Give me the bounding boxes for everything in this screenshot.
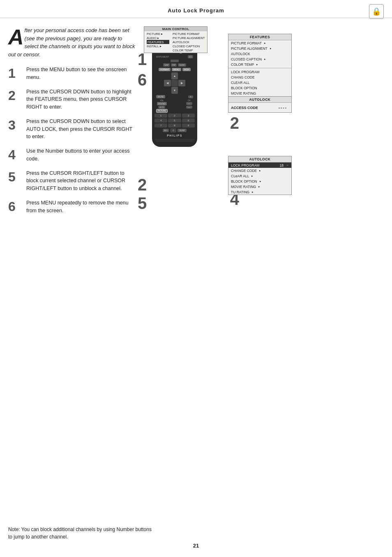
diag-num-1: 1 <box>138 51 147 67</box>
mc-audio: AUDIO ▸ <box>147 36 169 40</box>
num-9[interactable]: 9 <box>182 123 195 128</box>
remote-nav-row: FORMAT MENU A/CH <box>154 68 195 71</box>
dpad-up[interactable]: ▲ <box>171 72 178 79</box>
step-number-6: 6 <box>8 200 23 213</box>
access-code-row: ACCESS CODE ---- <box>228 103 291 112</box>
ch-plus[interactable]: + <box>188 95 193 98</box>
step-number-4: 4 <box>8 148 23 161</box>
cc-button[interactable]: CC <box>188 55 193 58</box>
step-number-5: 5 <box>8 170 23 183</box>
feat-clear-all: CLEAR ALL <box>228 80 291 85</box>
autolock2-block-option: BLOCK OPTION▸ <box>228 179 291 184</box>
main-control-rows: PICTURE ▸ AUDIO ▸ FEATURES INSTALL ▸ PIC… <box>144 31 207 53</box>
pip-button[interactable]: PIP <box>171 63 177 67</box>
ach-button[interactable]: A/CH <box>182 68 191 71</box>
right-column: 1 6 2 5 2 5 4 MAIN CONTROL PICTURE ▸ AUD… <box>140 26 384 232</box>
step-5: 5 Press the CURSOR RIGHT/LEFT button to … <box>8 169 136 193</box>
dpad-left[interactable]: ◀ <box>164 80 171 87</box>
dpad-right[interactable]: ▶ <box>178 80 185 87</box>
step-text-5: Press the CURSOR RIGHT/LEFT button to bl… <box>26 169 136 193</box>
dpad-empty-tl <box>164 72 171 79</box>
step-4: 4 Use the Number buttons to enter your a… <box>8 147 136 163</box>
format-button[interactable]: FORMAT <box>159 68 171 71</box>
dpad-empty-br <box>178 87 185 94</box>
num-3[interactable]: 3 <box>182 114 195 118</box>
step-text-6: Press MENU repeatedly to remove the menu… <box>26 199 136 215</box>
num-2[interactable]: 2 <box>168 114 181 118</box>
mute-button[interactable]: MUTE <box>156 95 165 98</box>
surf-small-button[interactable]: SURF <box>178 63 186 67</box>
dpad-empty-bl <box>164 87 171 94</box>
feat-closed-caption: CLOSED CAPTION▸ <box>228 56 291 62</box>
diagram-area: 1 6 2 5 2 5 4 MAIN CONTROL PICTURE ▸ AUD… <box>140 26 296 232</box>
left-column: After your personal access code has been… <box>8 26 136 232</box>
vol-sound-row: VOL SOUND AUTO PICTURE CH — — <box>154 100 195 113</box>
autolock1-title: AUTOLOCK <box>228 97 291 103</box>
lock-icon: 🔒 <box>369 4 384 19</box>
step-6: 6 Press MENU repeatedly to remove the me… <box>8 199 136 215</box>
dpad-center[interactable] <box>171 80 178 87</box>
autolock-menu-1: AUTOLOCK ACCESS CODE ---- <box>228 96 292 113</box>
vol-minus[interactable]: — <box>186 102 192 105</box>
step-number-1: 1 <box>8 67 23 80</box>
page-title: Auto Lock Program <box>0 7 392 14</box>
page-number: 21 <box>193 543 199 549</box>
mc-install: INSTALL ▸ <box>147 44 169 48</box>
picture-button[interactable]: PICTURE <box>156 109 168 113</box>
num-4[interactable]: 4 <box>154 118 167 123</box>
mc-picture-format: PICTURE FORMAT <box>173 32 205 36</box>
feat-color-temp: COLOR TEMP▸ <box>228 62 291 67</box>
main-control-title: MAIN CONTROL <box>144 27 207 31</box>
dpad: ▲ ◀ ▶ ▼ <box>164 72 185 94</box>
feat-picture-format: PICTURE FORMAT▸ <box>228 40 291 46</box>
step-3: 3 Press the CURSOR DOWN button to select… <box>8 118 136 141</box>
dpad-down[interactable]: ▼ <box>171 87 178 94</box>
menu-button[interactable]: MENU <box>172 68 181 71</box>
remote-control: POWER STATUS/EXIT CC SAP PIP SURF <box>152 41 197 147</box>
num-5[interactable]: 5 <box>168 118 181 123</box>
philips-logo: PHILIPS <box>154 134 195 137</box>
feat-autolock: AUTOLOCK <box>228 51 291 56</box>
main-content: After your personal access code has been… <box>0 22 392 232</box>
step-text-3: Press the CURSOR DOWN button to select A… <box>26 118 136 141</box>
ch-label: CH <box>188 100 191 102</box>
remote-status-row: STATUS/EXIT CC <box>154 55 195 58</box>
vol-label: VOL <box>160 100 164 102</box>
autolock-menu-2: AUTOLOCK LOCK PROGRAM 18 → CHANGE CODE▸ … <box>228 156 292 195</box>
auto-button[interactable]: AUTO <box>158 106 165 109</box>
av-button[interactable]: AV+ <box>163 129 169 132</box>
remote-bottom <box>154 139 195 142</box>
mute-ch-row: MUTE + <box>154 95 195 98</box>
main-control-left: PICTURE ▸ AUDIO ▸ FEATURES INSTALL ▸ <box>147 32 169 52</box>
num-6[interactable]: 6 <box>182 118 195 123</box>
mc-closed-caption: CLOSED CAPTION <box>173 44 205 48</box>
num-7[interactable]: 7 <box>154 123 167 128</box>
autolock2-movie-rating: MOVIE RATING▸ <box>228 184 291 189</box>
surf-button[interactable]: SURF <box>178 129 187 132</box>
feat-chang-code: CHANG CODE <box>228 74 291 80</box>
mc-autolock: AUTOLOCK <box>173 40 205 44</box>
sound-button[interactable]: SOUND <box>157 102 167 105</box>
sep-1 <box>228 68 291 68</box>
feat-picture-align: PICTURE ALIGNMENT▸ <box>228 46 291 51</box>
step-text-1: Press the MENU button to see the onscree… <box>26 66 136 81</box>
blank-button[interactable] <box>171 60 179 62</box>
autolock2-clear-all: CLeAR ALL▸ <box>228 173 291 179</box>
ch-minus[interactable]: — <box>186 106 192 109</box>
intro-text: fter your personal access code has been … <box>8 27 135 58</box>
num-0[interactable]: 0 <box>170 128 176 132</box>
feat-lock-program: LOCK PROGRAM <box>228 69 291 74</box>
main-control-right: PICTURE FORMAT PICTURE ALIGNMENT AUTOLOC… <box>173 32 205 52</box>
num-1[interactable]: 1 <box>154 114 167 118</box>
note-label: Note: <box>8 527 20 532</box>
mc-color-temp: COLOR TEMP <box>173 48 205 52</box>
status-exit-label: STATUS/EXIT <box>156 56 169 58</box>
sap-button[interactable]: SAP <box>163 63 170 67</box>
main-control-menu: MAIN CONTROL PICTURE ▸ AUDIO ▸ FEATURES … <box>144 26 208 53</box>
note-section: Note: You can block additional channels … <box>8 526 156 541</box>
num-8[interactable]: 8 <box>168 123 181 128</box>
step-1: 1 Press the MENU button to see the onscr… <box>8 66 136 81</box>
access-code-value: ---- <box>279 105 287 110</box>
step-2: 2 Press the CURSOR DOWN button to highli… <box>8 88 136 111</box>
drop-cap: A <box>8 28 24 46</box>
